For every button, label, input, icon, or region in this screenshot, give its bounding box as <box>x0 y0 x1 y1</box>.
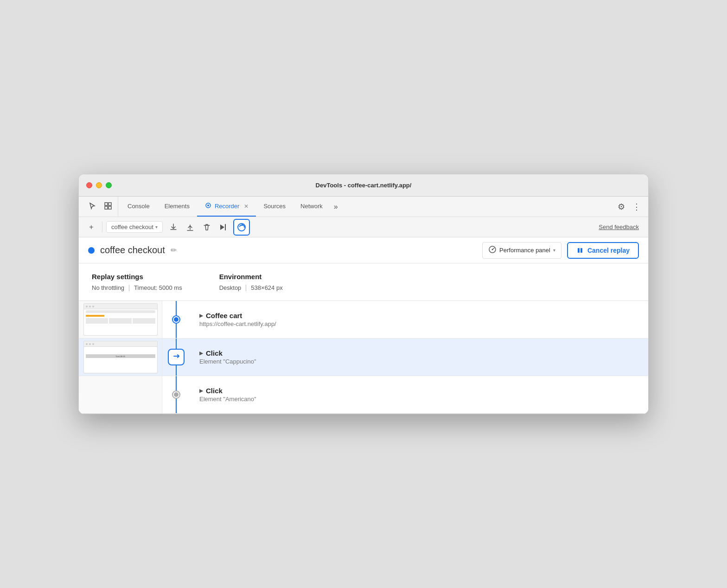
replay-settings-title: Replay settings <box>92 273 182 281</box>
devtools-window: DevTools - coffee-cart.netlify.app/ Cons… <box>78 174 649 414</box>
svg-rect-1 <box>108 203 111 205</box>
step-expand-icon-3[interactable]: ▶ <box>199 388 203 393</box>
environment-title: Environment <box>219 273 283 281</box>
step-content-3[interactable]: ▶ Click Element "Americano" <box>190 376 648 413</box>
environment-details: Desktop 538×624 px <box>219 284 283 291</box>
step-current-indicator <box>168 349 185 365</box>
window-title: DevTools - coffee-cart.netlify.app/ <box>316 182 412 189</box>
settings-icon[interactable]: ⚙ <box>614 202 629 212</box>
throttling-value: No throttling <box>92 284 124 291</box>
environment-group: Environment Desktop 538×624 px <box>219 273 283 291</box>
maximize-button[interactable] <box>106 182 112 188</box>
step-thumbnail-3 <box>79 376 162 413</box>
minimize-button[interactable] <box>96 182 102 188</box>
step-subtitle-1: https://coffee-cart.netlify.app/ <box>199 320 639 327</box>
tab-console[interactable]: Console <box>120 197 157 217</box>
thumbnail-image-2: Total: $0.00 <box>83 341 158 373</box>
steps-list: ▶ Coffee cart https://coffee-cart.netlif… <box>79 301 648 414</box>
recording-selector[interactable]: coffee checkout ▾ <box>106 221 163 233</box>
export-button[interactable] <box>166 220 180 234</box>
svg-rect-9 <box>578 248 580 253</box>
thumbnail-image-1 <box>83 303 158 336</box>
play-step-button[interactable] <box>217 220 230 234</box>
replay-recording-button[interactable] <box>233 219 250 236</box>
cancel-replay-label: Cancel replay <box>587 247 630 254</box>
step-connector-1 <box>162 301 190 338</box>
performance-panel-icon <box>488 245 497 256</box>
tabbar: Console Elements Recorder ✕ Sources Netw… <box>79 197 648 217</box>
step-item-active: Total: $0.00 <box>79 339 648 376</box>
current-step-arrow-icon <box>172 352 181 363</box>
step-expand-icon-2[interactable]: ▶ <box>199 351 203 356</box>
inspect-icon[interactable] <box>102 200 114 214</box>
add-recording-button[interactable]: + <box>84 220 98 234</box>
replay-settings-details: No throttling Timeout: 5000 ms <box>92 284 182 291</box>
svg-rect-2 <box>105 206 108 209</box>
step-item-3: ▶ Click Element "Americano" <box>79 376 648 414</box>
recording-status-dot <box>88 247 95 254</box>
recorder-icon <box>204 202 212 211</box>
traffic-lights <box>86 182 112 188</box>
svg-point-5 <box>207 205 209 206</box>
titlebar: DevTools - coffee-cart.netlify.app/ <box>79 174 648 197</box>
svg-point-8 <box>492 249 493 250</box>
step-subtitle-2: Element "Cappucino" <box>199 358 639 365</box>
send-feedback-link[interactable]: Send feedback <box>595 222 643 232</box>
main-content: Replay settings No throttling Timeout: 5… <box>79 263 648 414</box>
delete-button[interactable] <box>200 220 214 234</box>
tab-elements[interactable]: Elements <box>157 197 197 217</box>
more-options-icon[interactable]: ⋮ <box>629 202 644 212</box>
edit-name-icon[interactable]: ✏ <box>171 246 177 255</box>
recording-title: coffee checkout <box>100 245 165 256</box>
step-title-1: ▶ Coffee cart <box>199 312 639 320</box>
svg-rect-10 <box>580 248 582 253</box>
toolbar: + coffee checkout ▾ <box>79 217 648 237</box>
timeout-value: Timeout: 5000 ms <box>134 284 182 291</box>
device-value: Desktop <box>219 284 242 291</box>
step-content-1[interactable]: ▶ Coffee cart https://coffee-cart.netlif… <box>190 301 648 338</box>
tab-recorder[interactable]: Recorder ✕ <box>197 197 256 217</box>
import-button[interactable] <box>183 220 197 234</box>
step-connector-2 <box>162 339 190 376</box>
toolbar-divider-1 <box>102 222 102 233</box>
tab-sources[interactable]: Sources <box>256 197 293 217</box>
step-subtitle-3: Element "Americano" <box>199 396 639 403</box>
recording-selector-name: coffee checkout <box>111 224 153 230</box>
step-title-3: ▶ Click <box>199 387 639 395</box>
step-thumbnail-2: Total: $0.00 <box>79 339 162 376</box>
cancel-replay-button[interactable]: Cancel replay <box>567 242 639 259</box>
tab-icon-group <box>83 197 118 217</box>
step-item: ▶ Coffee cart https://coffee-cart.netlif… <box>79 301 648 339</box>
recording-header: coffee checkout ✏ Performance panel ▾ Ca… <box>79 237 648 263</box>
tab-more-button[interactable]: » <box>330 203 342 211</box>
settings-separator-2 <box>246 285 246 291</box>
close-button[interactable] <box>86 182 92 188</box>
step-expand-icon[interactable]: ▶ <box>199 313 203 318</box>
replay-settings-section: Replay settings No throttling Timeout: 5… <box>79 263 648 301</box>
cursor-icon[interactable] <box>86 200 98 214</box>
step-connector-3 <box>162 376 190 413</box>
step-thumbnail-1 <box>79 301 162 338</box>
settings-separator <box>129 285 129 291</box>
step-title-2: ▶ Click <box>199 349 639 357</box>
dimensions-value: 538×624 px <box>251 284 282 291</box>
toolbar-actions <box>166 219 250 236</box>
performance-panel-button[interactable]: Performance panel ▾ <box>482 242 561 259</box>
performance-panel-label: Performance panel <box>499 247 550 254</box>
step-content-2[interactable]: ▶ Click Element "Cappucino" <box>190 339 648 376</box>
tab-network[interactable]: Network <box>293 197 330 217</box>
replay-settings-group: Replay settings No throttling Timeout: 5… <box>92 273 182 291</box>
tab-recorder-close[interactable]: ✕ <box>244 203 249 210</box>
svg-rect-0 <box>105 203 108 205</box>
recording-selector-chevron: ▾ <box>155 224 158 230</box>
performance-panel-chevron: ▾ <box>553 248 555 253</box>
step-indicator <box>173 316 179 323</box>
svg-rect-3 <box>108 206 111 209</box>
step-indicator-3 <box>173 391 179 398</box>
